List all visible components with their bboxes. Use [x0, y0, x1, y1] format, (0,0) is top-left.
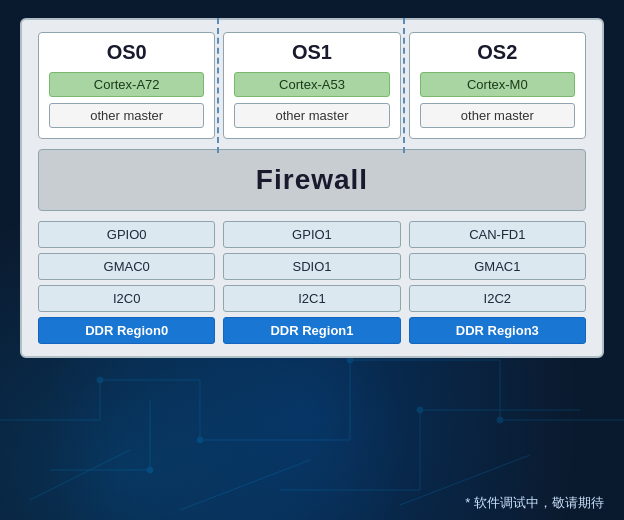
os1-cortex: Cortex-A53 [234, 72, 389, 97]
canfd1-item: CAN-FD1 [409, 221, 586, 248]
os2-title: OS2 [420, 41, 575, 64]
ddr1-item: DDR Region1 [223, 317, 400, 344]
gmac0-item: GMAC0 [38, 253, 215, 280]
i2c1-item: I2C1 [223, 285, 400, 312]
ddr0-item: DDR Region0 [38, 317, 215, 344]
gpio1-item: GPIO1 [223, 221, 400, 248]
peripherals-row: GPIO0 GMAC0 I2C0 DDR Region0 GPIO1 SDIO1… [34, 221, 590, 344]
os1-other-master: other master [234, 103, 389, 128]
peripheral-column-1: GPIO1 SDIO1 I2C1 DDR Region1 [223, 221, 400, 344]
firewall-section: Firewall [38, 149, 586, 211]
ddr3-item: DDR Region3 [409, 317, 586, 344]
os2-column: OS2 Cortex-M0 other master [409, 32, 586, 139]
gmac1-item: GMAC1 [409, 253, 586, 280]
svg-point-18 [147, 467, 153, 473]
i2c0-item: I2C0 [38, 285, 215, 312]
svg-line-20 [30, 450, 130, 500]
i2c2-item: I2C2 [409, 285, 586, 312]
os0-cortex: Cortex-A72 [49, 72, 204, 97]
svg-point-19 [417, 407, 423, 413]
peripheral-column-0: GPIO0 GMAC0 I2C0 DDR Region0 [38, 221, 215, 344]
peripheral-column-2: CAN-FD1 GMAC1 I2C2 DDR Region3 [409, 221, 586, 344]
os1-title: OS1 [234, 41, 389, 64]
os0-column: OS0 Cortex-A72 other master [38, 32, 215, 139]
main-diagram: OS0 Cortex-A72 other master OS1 Cortex-A… [20, 18, 604, 358]
svg-point-15 [197, 437, 203, 443]
status-text: * 软件调试中，敬请期待 [465, 495, 604, 510]
svg-point-17 [497, 417, 503, 423]
gpio0-item: GPIO0 [38, 221, 215, 248]
os0-title: OS0 [49, 41, 204, 64]
svg-point-14 [97, 377, 103, 383]
svg-line-21 [180, 460, 310, 510]
sdio1-item: SDIO1 [223, 253, 400, 280]
firewall-label: Firewall [256, 164, 368, 195]
os-row: OS0 Cortex-A72 other master OS1 Cortex-A… [34, 32, 590, 139]
os1-column: OS1 Cortex-A53 other master [223, 32, 400, 139]
status-bar: * 软件调试中，敬请期待 [465, 494, 604, 512]
os2-other-master: other master [420, 103, 575, 128]
os0-other-master: other master [49, 103, 204, 128]
os2-cortex: Cortex-M0 [420, 72, 575, 97]
